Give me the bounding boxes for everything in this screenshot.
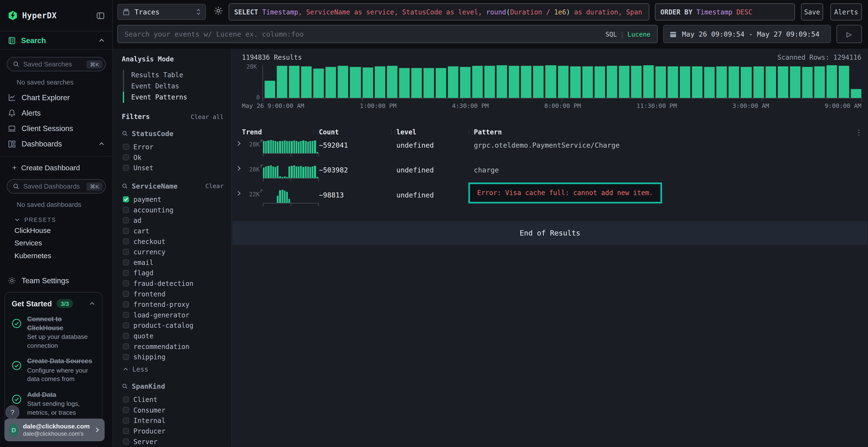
saved-searches-field[interactable] xyxy=(23,60,83,68)
filter-option-cart[interactable]: cart xyxy=(122,226,223,236)
checkbox[interactable] xyxy=(123,238,129,244)
sidebar-item-client-sessions[interactable]: Client Sessions xyxy=(0,121,112,136)
sidebar-item-dashboards[interactable]: Dashboards xyxy=(0,136,112,151)
sidebar-preset-clickhouse[interactable]: ClickHouse xyxy=(0,224,112,237)
filter-option-internal[interactable]: Internal xyxy=(122,415,223,426)
checkbox[interactable] xyxy=(123,165,129,171)
filter-option-quote[interactable]: quote xyxy=(122,331,223,341)
sidebar-preset-services[interactable]: Services xyxy=(0,237,112,249)
column-grip-icon[interactable]: ⋮⋮ xyxy=(466,129,474,135)
filter-option-ok[interactable]: Ok xyxy=(122,152,223,163)
checkbox[interactable] xyxy=(123,144,129,150)
checkbox[interactable] xyxy=(123,228,129,234)
saved-dashboards-input[interactable]: ⌘K xyxy=(7,179,106,194)
search-icon[interactable] xyxy=(122,131,128,137)
checkbox[interactable] xyxy=(123,291,129,297)
saved-searches-input[interactable]: ⌘K xyxy=(7,57,106,71)
checkbox[interactable] xyxy=(123,397,129,403)
show-less-button[interactable]: Less xyxy=(122,366,223,373)
lucene-toggle-option[interactable]: Lucene xyxy=(627,30,650,38)
sidebar-item-search[interactable]: Search xyxy=(0,32,112,50)
search-icon[interactable] xyxy=(122,183,128,189)
filter-option-producer[interactable]: Producer xyxy=(122,426,223,437)
table-row[interactable]: 28K~592041undefinedgrpc.oteldemo.Payment… xyxy=(232,138,868,161)
filter-option-fraud-detection[interactable]: fraud-detection xyxy=(122,278,223,289)
source-select[interactable]: Traces xyxy=(117,4,206,20)
filter-option-email[interactable]: email xyxy=(122,257,223,268)
expand-row-chevron-icon[interactable] xyxy=(236,190,242,196)
filter-option-server[interactable]: Server xyxy=(122,436,223,447)
column-header-level[interactable]: level xyxy=(396,128,416,136)
filter-option-consumer[interactable]: Consumer xyxy=(122,405,223,415)
column-header-count[interactable]: Count xyxy=(319,128,339,136)
get-started-item[interactable]: Create Data SourcesConfigure where your … xyxy=(11,357,95,384)
results-histogram[interactable] xyxy=(262,65,861,99)
checkbox[interactable] xyxy=(123,196,129,202)
filter-option-checkout[interactable]: checkout xyxy=(122,236,223,247)
sql-toggle-option[interactable]: SQL xyxy=(606,30,617,38)
get-started-item[interactable]: Add DataStart sending logs, metrics, or … xyxy=(11,391,95,417)
checkbox[interactable] xyxy=(123,407,129,413)
checkbox[interactable] xyxy=(123,322,129,329)
search-icon[interactable] xyxy=(122,383,128,389)
filter-option-client[interactable]: Client xyxy=(122,394,223,405)
save-button[interactable]: Save xyxy=(801,3,823,21)
filter-option-shipping[interactable]: shipping xyxy=(122,352,223,362)
event-search-input[interactable] xyxy=(125,30,600,38)
get-started-item[interactable]: Connect to ClickHouseSet up your databas… xyxy=(11,315,95,350)
checkbox[interactable] xyxy=(123,301,129,307)
sidebar-collapse-icon[interactable] xyxy=(96,11,104,20)
alerts-button[interactable]: Alerts xyxy=(830,3,862,21)
order-by-editor[interactable]: ORDER BY Timestamp DESC xyxy=(655,3,795,21)
date-range-picker[interactable]: May 26 09:09:54 - May 27 09:09:54 xyxy=(663,25,831,43)
sidebar-item-alerts[interactable]: Alerts xyxy=(0,105,112,121)
sql-select-editor[interactable]: SELECT Timestamp, ServiceName as service… xyxy=(228,3,649,21)
checkbox[interactable] xyxy=(123,260,129,265)
checkbox[interactable] xyxy=(123,354,129,360)
sidebar-item-chart-explorer[interactable]: Chart Explorer xyxy=(0,90,112,105)
sidebar-item-team-settings[interactable]: Team Settings xyxy=(8,276,112,285)
presets-header[interactable]: PRESETS xyxy=(14,216,112,223)
filter-option-ad[interactable]: ad xyxy=(122,215,223,226)
table-row[interactable]: 22K~98813undefinedError: Visa cache full… xyxy=(232,188,868,211)
checkbox[interactable] xyxy=(123,270,129,276)
filter-option-accounting[interactable]: accounting xyxy=(122,204,223,215)
sidebar-preset-kubernetes[interactable]: Kubernetes xyxy=(0,249,112,262)
checkbox[interactable] xyxy=(123,343,129,349)
source-settings-gear-icon[interactable] xyxy=(214,6,223,15)
create-dashboard-button[interactable]: + Create Dashboard xyxy=(12,163,113,172)
column-header-trend[interactable]: Trend xyxy=(242,128,262,136)
help-button[interactable]: ? xyxy=(5,405,19,419)
saved-dashboards-field[interactable] xyxy=(23,182,83,190)
chevron-up-icon[interactable] xyxy=(89,301,95,307)
analysis-mode-event-deltas[interactable]: Event Deltas xyxy=(123,81,224,92)
analysis-mode-results-table[interactable]: Results Table xyxy=(123,70,224,81)
filter-option-load-generator[interactable]: load-generator xyxy=(122,310,223,320)
run-query-button[interactable]: ▷ xyxy=(836,25,862,43)
column-grip-icon[interactable]: ⋮⋮ xyxy=(389,129,396,135)
checkbox[interactable] xyxy=(123,312,129,318)
checkbox[interactable] xyxy=(123,417,129,423)
filter-option-flagd[interactable]: flagd xyxy=(122,268,223,278)
filter-option-frontend-proxy[interactable]: frontend-proxy xyxy=(122,299,223,310)
table-options-kebab-icon[interactable]: ⋮ xyxy=(855,128,863,137)
checkbox[interactable] xyxy=(123,249,129,255)
event-search-bar[interactable]: SQL|Lucene xyxy=(117,25,658,43)
filter-option-payment[interactable]: payment xyxy=(122,194,223,205)
filter-option-recommendation[interactable]: recommendation xyxy=(122,341,223,352)
filter-option-currency[interactable]: currency xyxy=(122,247,223,257)
analysis-mode-event-patterns[interactable]: Event Patterns xyxy=(123,92,224,103)
expand-row-chevron-icon[interactable] xyxy=(236,140,242,146)
checkbox[interactable] xyxy=(123,439,129,445)
checkbox[interactable] xyxy=(123,207,129,213)
user-menu[interactable]: D dale@clickhouse.com dale@clickhouse.co… xyxy=(4,419,105,441)
expand-row-chevron-icon[interactable] xyxy=(236,165,242,171)
checkbox[interactable] xyxy=(123,217,129,223)
checkbox[interactable] xyxy=(123,154,129,161)
filter-option-unset[interactable]: Unset xyxy=(122,163,223,173)
filter-option-error[interactable]: Error xyxy=(122,142,223,152)
column-grip-icon[interactable]: ⋮⋮ xyxy=(311,129,319,135)
filter-option-product-catalog[interactable]: product-catalog xyxy=(122,320,223,331)
checkbox[interactable] xyxy=(123,280,129,286)
clear-all-button[interactable]: Clear all xyxy=(191,113,224,121)
